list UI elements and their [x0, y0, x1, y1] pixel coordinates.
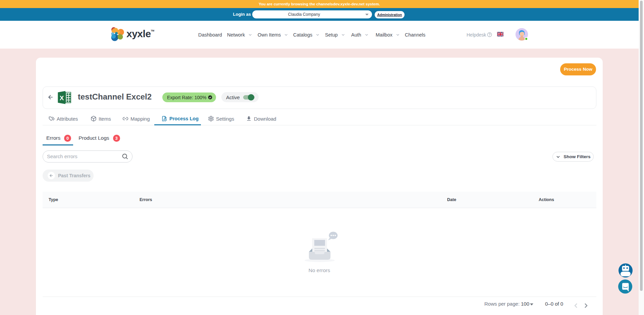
svg-text:X: X — [60, 94, 64, 102]
